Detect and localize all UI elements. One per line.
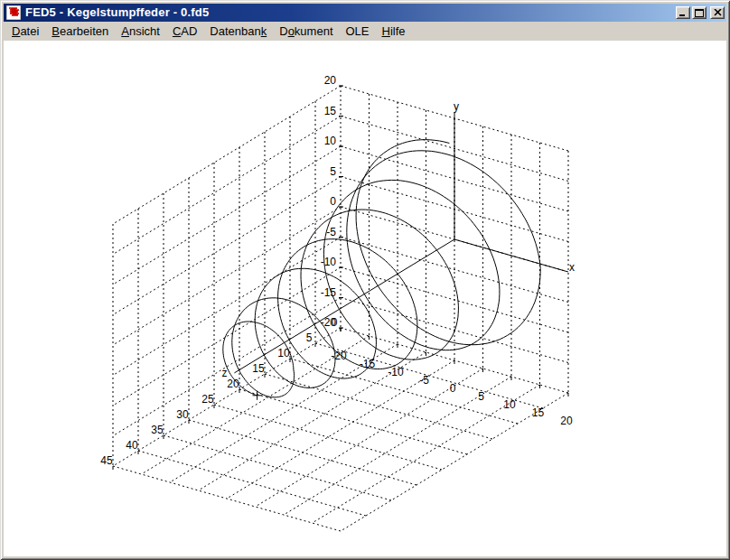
y-axis-label: y (454, 100, 459, 113)
y-tick-label: 0 (330, 195, 336, 208)
z-tick-label: 0 (332, 316, 338, 329)
z-tick-label: 15 (252, 362, 265, 375)
x-axis-label: x (569, 261, 575, 274)
minimize-icon (679, 9, 688, 17)
menu-item-bearbeiten[interactable]: Bearbeiten (45, 23, 115, 40)
close-icon (714, 9, 722, 16)
minimize-button[interactable] (676, 6, 690, 19)
menu-bar: DateiBearbeitenAnsichtCADDatenbankDokume… (4, 22, 726, 40)
z-tick-label: 40 (126, 439, 138, 452)
menu-item-ole[interactable]: OLE (340, 23, 376, 40)
app-icon[interactable] (6, 5, 21, 20)
z-tick-label: 35 (151, 424, 164, 436)
spring-wire (223, 140, 540, 397)
menu-item-ansicht[interactable]: Ansicht (115, 23, 166, 40)
x-tick-label: -10 (388, 366, 404, 378)
title-bar[interactable]: FED5 - Kegelstumpffeder - 0.fd5 (4, 4, 726, 22)
y-tick-label: -15 (321, 286, 337, 299)
x-tick-label: -20 (331, 350, 347, 362)
x-tick-label: 20 (560, 415, 573, 427)
spring-helix (223, 140, 540, 400)
x-tick-label: -5 (419, 374, 429, 387)
window-title: FED5 - Kegelstumpffeder - 0.fd5 (23, 4, 673, 22)
3d-spring-plot: yxz20151050-5-10-15-20051015202530354045… (4, 41, 726, 556)
menu-item-datenbank[interactable]: Datenbank (203, 23, 273, 40)
menu-item-hilfe[interactable]: Hilfe (376, 23, 412, 40)
menu-item-datei[interactable]: Datei (5, 23, 45, 40)
window-controls (676, 6, 725, 19)
app-window: FED5 - Kegelstumpffeder - 0.fd5 DateiBea (0, 0, 730, 560)
z-tick-label: 30 (176, 408, 189, 421)
maximize-button[interactable] (692, 6, 707, 19)
wire-end-marker (253, 391, 262, 400)
y-tick-label: 5 (330, 165, 336, 178)
menu-item-dokument[interactable]: Dokument (273, 23, 339, 40)
y-tick-label: 20 (324, 74, 337, 87)
tick-labels: yxz20151050-5-10-15-20051015202530354045… (100, 74, 575, 467)
y-tick-label: 10 (324, 135, 337, 147)
x-tick-label: 10 (503, 398, 516, 411)
y-tick-label: 15 (324, 105, 337, 117)
z-tick-label: 25 (201, 393, 214, 406)
plot-client-area: yxz20151050-5-10-15-20051015202530354045… (4, 41, 726, 556)
z-tick-label: 5 (306, 331, 313, 344)
x-tick-label: 15 (532, 406, 545, 419)
menu-item-cad[interactable]: CAD (166, 23, 203, 40)
close-button[interactable] (710, 6, 725, 19)
maximize-icon (695, 9, 704, 17)
x-tick-label: 5 (478, 390, 484, 403)
y-tick-label: -10 (321, 256, 337, 268)
x-tick-label: 0 (450, 382, 456, 395)
z-tick-label: 45 (100, 454, 113, 467)
